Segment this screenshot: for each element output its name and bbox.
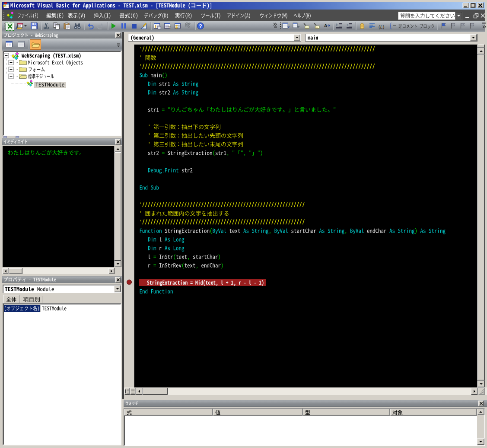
svg-text:?: ?	[199, 23, 202, 29]
svg-text:(L): (L)	[379, 24, 384, 29]
svg-text:A: A	[324, 23, 327, 28]
